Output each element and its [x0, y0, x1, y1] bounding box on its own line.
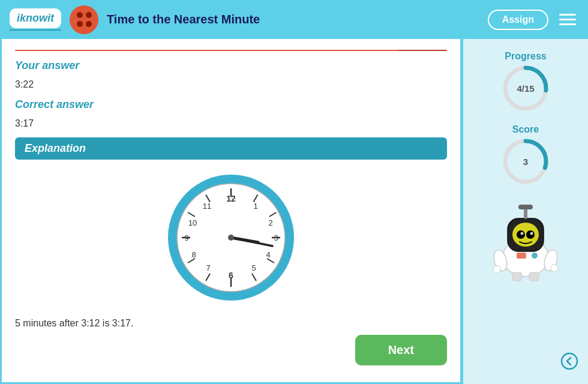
svg-point-45: [521, 232, 524, 235]
svg-rect-37: [512, 272, 522, 281]
correct-answer-value: 3:17: [15, 118, 447, 129]
svg-text:3: 3: [274, 233, 278, 242]
content-area: Sorry, your answer is incorrect. Redispl…: [0, 39, 462, 384]
robot-mascot-svg: [490, 197, 562, 281]
svg-rect-40: [524, 208, 527, 219]
svg-point-29: [228, 235, 234, 241]
page-title: Time to the Nearest Minute: [107, 13, 479, 26]
svg-text:12: 12: [226, 194, 236, 203]
svg-text:7: 7: [206, 263, 210, 272]
hamburger-line-1: [559, 14, 576, 16]
explanation-text: 5 minutes after 3:12 is 3:17.: [15, 318, 447, 329]
svg-text:8: 8: [191, 250, 196, 259]
svg-text:4: 4: [266, 250, 270, 259]
svg-point-50: [551, 265, 558, 272]
svg-text:1: 1: [253, 202, 257, 211]
film-dot-4: [86, 21, 92, 27]
progress-section: Progress 4/15: [502, 51, 550, 112]
your-answer-label: Your answer: [15, 59, 447, 72]
svg-rect-47: [517, 253, 526, 259]
back-arrow-icon[interactable]: [560, 352, 578, 374]
svg-text:6: 6: [229, 271, 233, 280]
svg-point-43: [517, 230, 525, 239]
sidebar: Progress 4/15 Score 3: [462, 39, 588, 384]
logo-text: iknowit: [17, 12, 54, 25]
svg-text:2: 2: [268, 218, 272, 227]
correct-answer-label: Correct answer: [15, 98, 447, 111]
progress-circle: 4/15: [502, 64, 550, 112]
clock-area: 12 1 2 3 4 5 6 7 8 9 10 11: [15, 166, 447, 310]
logo: iknowit: [10, 8, 61, 31]
back-arrow-svg: [560, 352, 578, 370]
score-value: 3: [523, 157, 528, 167]
svg-rect-38: [529, 272, 539, 281]
clock-svg: 12 1 2 3 4 5 6 7 8 9 10 11: [165, 172, 297, 304]
header: iknowit Time to the Nearest Minute Assig…: [0, 0, 588, 39]
svg-point-51: [562, 353, 577, 369]
svg-rect-41: [518, 205, 533, 209]
film-dots: [77, 12, 92, 27]
svg-text:11: 11: [203, 202, 211, 211]
incorrect-banner: Sorry, your answer is incorrect. Redispl…: [15, 50, 447, 51]
svg-point-48: [532, 253, 538, 259]
explanation-bar: Explanation: [15, 137, 447, 160]
film-dot-1: [77, 12, 83, 18]
svg-point-49: [493, 266, 500, 273]
svg-text:9: 9: [184, 233, 188, 242]
progress-label: Progress: [505, 51, 546, 62]
film-dot-3: [77, 21, 83, 27]
progress-value: 4/15: [517, 83, 534, 94]
svg-point-44: [526, 230, 535, 239]
next-button-row: Next: [15, 335, 447, 371]
film-dot-2: [86, 12, 92, 18]
svg-text:10: 10: [188, 218, 197, 227]
your-answer-value: 3:22: [15, 79, 447, 90]
score-circle: 3: [502, 137, 550, 185]
hamburger-line-2: [559, 19, 576, 20]
redisplay-button[interactable]: RedisplayQuestion: [398, 50, 447, 51]
next-button[interactable]: Next: [355, 335, 447, 365]
svg-text:5: 5: [251, 263, 256, 272]
film-icon: [70, 5, 98, 34]
svg-point-46: [530, 232, 533, 235]
score-label: Score: [512, 124, 539, 135]
hamburger-line-3: [559, 23, 576, 25]
robot-mascot: [490, 197, 562, 281]
logo-underline: [10, 29, 61, 31]
incorrect-message: Sorry, your answer is incorrect.: [15, 50, 398, 51]
main-layout: Sorry, your answer is incorrect. Redispl…: [0, 39, 588, 384]
assign-button[interactable]: Assign: [488, 10, 548, 30]
hamburger-menu-button[interactable]: [557, 11, 578, 28]
score-section: Score 3: [502, 124, 550, 185]
